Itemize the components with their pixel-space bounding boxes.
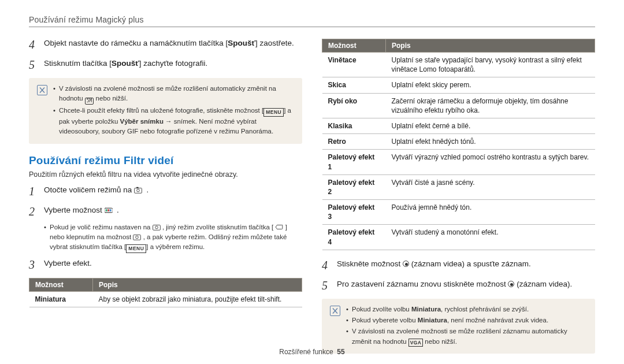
- th-option: Možnost: [29, 278, 93, 291]
- step-4-right: 4 Stiskněte možnost (záznam videa) a spu…: [322, 258, 595, 273]
- note-body: Pokud zvolíte volbu Miniatura, rychlost …: [346, 304, 587, 348]
- step-text: Pro zastavení záznamu znovu stiskněte mo…: [337, 278, 595, 293]
- svg-rect-7: [109, 207, 110, 208]
- page-footer: Rozšířené funkce 55: [0, 348, 624, 356]
- step-4: 4 Objekt nastavte do rámečku a namáčknut…: [29, 38, 302, 52]
- svg-point-18: [155, 226, 158, 229]
- step-number: 5: [29, 58, 44, 72]
- step-number: 5: [322, 278, 337, 293]
- step-number: 1: [29, 184, 44, 199]
- header-rule: [29, 27, 595, 27]
- step-number: 3: [29, 258, 44, 272]
- table-row: VinětaceUplatní se staře vypadající barv…: [322, 53, 595, 77]
- th-desc: Popis: [386, 39, 595, 53]
- table-row: Paletový efekt 1Vytváří výrazný vzhled p…: [322, 150, 595, 174]
- record-icon: [508, 281, 514, 287]
- step-number: 4: [29, 38, 44, 52]
- section-title: Používání režimu Filtr videí: [29, 154, 302, 167]
- camera-mode-icon: [134, 187, 142, 194]
- table-row: RetroUplatní efekt hnědých tónů.: [322, 134, 595, 150]
- manual-page: Používání režimu Magický plus 4 Objekt n…: [0, 0, 624, 364]
- section-desc: Použitím různých efektů filtru na videa …: [29, 170, 302, 179]
- page-header: Používání režimu Magický plus: [29, 15, 595, 24]
- left-column: 4 Objekt nastavte do rámečku a namáčknut…: [29, 38, 302, 364]
- table-row: Paletový efekt 3Používá jemně hnědý tón.: [322, 200, 595, 225]
- svg-rect-12: [109, 212, 110, 213]
- camera-mode-icon: [153, 224, 161, 231]
- resolution-5m-icon: 5M: [85, 98, 94, 105]
- table-row: Paletový efekt 4Vytváří studený a monotó…: [322, 225, 595, 250]
- vga-icon: VGA: [408, 339, 423, 347]
- step-text: Stiskněte možnost (záznam videa) a spusť…: [337, 258, 595, 273]
- options-table-right: Možnost Popis VinětaceUplatní se staře v…: [322, 39, 595, 250]
- svg-rect-8: [110, 207, 111, 208]
- step-5: 5 Stisknutím tlačítka [Spoušť] zachyťte …: [29, 58, 302, 72]
- step-text: Vyberte efekt.: [44, 258, 302, 272]
- step-text: Vyberte možnost .: [44, 205, 302, 219]
- svg-point-1: [137, 189, 140, 192]
- note-body: V závislosti na zvolené možnosti se může…: [53, 84, 294, 138]
- right-column: Možnost Popis VinětaceUplatní se staře v…: [322, 38, 595, 364]
- note-box-left: V závislosti na zvolené možnosti se může…: [29, 78, 302, 144]
- svg-rect-15: [107, 209, 109, 211]
- svg-rect-6: [107, 207, 108, 208]
- step-number: 2: [29, 205, 44, 219]
- two-column-layout: 4 Objekt nastavte do rámečku a namáčknut…: [29, 38, 595, 364]
- record-icon: [403, 261, 409, 267]
- step-text: Stisknutím tlačítka [Spoušť] zachyťte fo…: [44, 58, 302, 72]
- svg-rect-16: [109, 209, 111, 211]
- back-icon: [275, 224, 283, 231]
- note-icon: [330, 306, 340, 316]
- svg-rect-11: [107, 212, 108, 213]
- table-row: KlasikaUplatní efekt černé a bílé.: [322, 118, 595, 133]
- th-option: Možnost: [322, 39, 386, 53]
- table-row: SkicaUplatní efekt skicy perem.: [322, 77, 595, 93]
- film-filter-icon: [105, 207, 113, 214]
- svg-rect-10: [106, 212, 107, 213]
- options-table-left: Možnost Popis Miniatura Aby se objekt zo…: [29, 278, 302, 307]
- step-number: 4: [322, 258, 337, 273]
- table-row: Rybí okoZačerní okraje rámečku a deformu…: [322, 93, 595, 118]
- step-text: Objekt nastavte do rámečku a namáčknutím…: [44, 38, 302, 52]
- step-3: 3 Vyberte efekt.: [29, 258, 302, 272]
- table-row: Miniatura Aby se objekt zobrazil jako mi…: [29, 291, 302, 307]
- th-desc: Popis: [93, 278, 302, 291]
- step-1: 1 Otočte voličem režimů na .: [29, 184, 302, 199]
- svg-rect-14: [105, 209, 107, 211]
- svg-rect-9: [105, 212, 106, 213]
- table-row: Paletový efekt 2Vytváří čisté a jasné sc…: [322, 174, 595, 199]
- camera-mode-icon: [133, 233, 141, 240]
- note-box-right: Pokud zvolíte volbu Miniatura, rychlost …: [322, 299, 595, 354]
- svg-point-20: [136, 236, 139, 239]
- svg-rect-5: [106, 207, 107, 208]
- step-5-right: 5 Pro zastavení záznamu znovu stiskněte …: [322, 278, 595, 293]
- menu-icon: MENU: [263, 108, 284, 117]
- note-icon: [37, 85, 47, 95]
- svg-rect-4: [105, 207, 106, 208]
- menu-icon: MENU: [126, 244, 146, 253]
- step-2: 2 Vyberte možnost .: [29, 205, 302, 219]
- svg-rect-13: [110, 212, 111, 213]
- step-2-bullets: Pokud je volič režimu nastaven na , jiný…: [44, 222, 302, 253]
- step-text: Otočte voličem režimů na .: [44, 184, 302, 199]
- svg-rect-2: [136, 187, 139, 188]
